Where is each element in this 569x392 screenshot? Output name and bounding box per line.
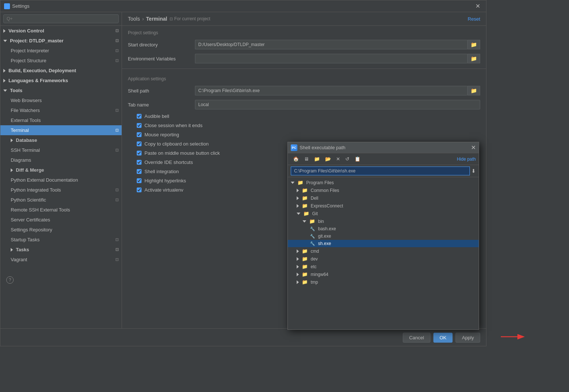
sidebar-item-file-watchers[interactable]: File Watchers ⊡ bbox=[0, 105, 122, 115]
reset-button[interactable]: Reset bbox=[468, 16, 480, 22]
tree-item-program-files[interactable]: 📁 Program Files bbox=[288, 179, 479, 186]
tree-item-label: cmd bbox=[311, 249, 319, 254]
title-bar-left: Settings bbox=[4, 3, 29, 9]
tree-item-sh-exe[interactable]: 🔧 sh.exe bbox=[288, 240, 479, 247]
tree-item-git-exe[interactable]: 🔧 git.exe bbox=[288, 232, 479, 240]
tree-item-git[interactable]: 📁 Git bbox=[288, 210, 479, 217]
audible-bell-checkbox[interactable] bbox=[137, 114, 142, 119]
env-variables-browse-button[interactable]: 📁 bbox=[467, 54, 480, 63]
title-bar: Settings ✕ bbox=[0, 0, 486, 12]
tree-item-expressconnect[interactable]: 📁 ExpressConnect bbox=[288, 202, 479, 210]
popup-close-button[interactable]: ✕ bbox=[471, 144, 476, 151]
copy-icon: ⊡ bbox=[115, 257, 119, 262]
tree-item-dev[interactable]: 📁 dev bbox=[288, 255, 479, 263]
breadcrumb-current: Terminal bbox=[146, 16, 167, 22]
tab-name-input[interactable] bbox=[195, 100, 480, 109]
tree-item-label: git.exe bbox=[318, 234, 331, 239]
close-session-checkbox[interactable] bbox=[137, 123, 142, 128]
sidebar-item-build[interactable]: Build, Execution, Deployment bbox=[0, 66, 122, 76]
expand-icon bbox=[3, 40, 7, 42]
new-folder-button[interactable]: 📂 bbox=[323, 155, 333, 163]
sidebar-item-database[interactable]: Database bbox=[0, 135, 122, 145]
paste-middle-checkbox[interactable] bbox=[137, 151, 142, 155]
sidebar-item-version-control[interactable]: Version Control ⊡ bbox=[0, 26, 122, 36]
close-session-row[interactable]: Close session when it ends bbox=[122, 121, 486, 130]
sidebar-item-web-browsers[interactable]: Web Browsers bbox=[0, 95, 122, 105]
expand-icon bbox=[3, 79, 6, 83]
override-ide-checkbox[interactable] bbox=[137, 160, 142, 165]
sidebar-item-settings-repo[interactable]: Settings Repository bbox=[0, 225, 122, 235]
clipboard-button[interactable]: 📋 bbox=[352, 155, 363, 163]
sidebar-item-tasks[interactable]: Tasks ⊡ bbox=[0, 245, 122, 255]
highlight-hyperlinks-checkbox[interactable] bbox=[137, 178, 142, 183]
sidebar-item-external-tools[interactable]: External Tools bbox=[0, 115, 122, 125]
sidebar-item-diff-merge[interactable]: Diff & Merge bbox=[0, 165, 122, 175]
sidebar-item-remote-ssh[interactable]: Remote SSH External Tools bbox=[0, 205, 122, 215]
sidebar: Version Control ⊡ Project: DTLDP_master … bbox=[0, 12, 122, 328]
env-variables-input[interactable] bbox=[195, 54, 467, 63]
apply-button[interactable]: Apply bbox=[455, 333, 480, 343]
window-title: Settings bbox=[12, 3, 29, 9]
tree-item-dell[interactable]: 📁 Dell bbox=[288, 194, 479, 202]
folder-button[interactable]: 📁 bbox=[312, 155, 322, 163]
desktop-button[interactable]: 🖥 bbox=[302, 155, 311, 163]
start-directory-browse-button[interactable]: 📁 bbox=[467, 40, 480, 49]
sidebar-item-python-scientific[interactable]: Python Scientific ⊡ bbox=[0, 195, 122, 205]
cancel-button[interactable]: Cancel bbox=[403, 333, 430, 343]
tree-item-mingw64[interactable]: 📁 mingw64 bbox=[288, 270, 479, 278]
sidebar-item-ssh-terminal[interactable]: SSH Terminal ⊡ bbox=[0, 145, 122, 155]
tree-item-common-files[interactable]: 📁 Common Files bbox=[288, 186, 479, 194]
folder-icon: 📁 bbox=[302, 195, 308, 201]
start-directory-input[interactable] bbox=[195, 40, 467, 49]
search-input[interactable] bbox=[3, 14, 119, 23]
tree-item-bin[interactable]: 📁 bin bbox=[288, 217, 479, 225]
refresh-button[interactable]: ↺ bbox=[343, 155, 352, 163]
expand-icon bbox=[11, 248, 13, 252]
sidebar-item-languages[interactable]: Languages & Frameworks bbox=[0, 76, 122, 85]
activate-virtualenv-checkbox[interactable] bbox=[137, 188, 142, 192]
sidebar-item-vagrant[interactable]: Vagrant ⊡ bbox=[0, 255, 122, 265]
close-session-label: Close session when it ends bbox=[144, 123, 203, 128]
sidebar-item-project[interactable]: Project: DTLDP_master ⊡ bbox=[0, 36, 122, 46]
sidebar-item-python-ext-doc[interactable]: Python External Documentation bbox=[0, 175, 122, 185]
expand-icon bbox=[11, 139, 13, 142]
file-tree: 📁 Program Files 📁 Common Files 📁 Dell 📁 … bbox=[288, 177, 479, 329]
expand-icon bbox=[297, 204, 299, 208]
mouse-reporting-checkbox[interactable] bbox=[137, 132, 142, 137]
sidebar-item-python-integrated[interactable]: Python Integrated Tools ⊡ bbox=[0, 185, 122, 195]
shell-path-browse-button[interactable]: 📁 bbox=[467, 86, 480, 95]
copy-clipboard-label: Copy to clipboard on selection bbox=[144, 141, 209, 147]
sidebar-item-project-structure[interactable]: Project Structure ⊡ bbox=[0, 56, 122, 66]
sidebar-item-startup-tasks[interactable]: Startup Tasks ⊡ bbox=[0, 235, 122, 245]
tree-item-bash-exe[interactable]: 🔧 bash.exe bbox=[288, 225, 479, 232]
expand-icon bbox=[297, 257, 299, 261]
sidebar-label: Diagrams bbox=[11, 157, 31, 163]
sidebar-label: Version Control bbox=[8, 28, 44, 34]
expand-icon bbox=[3, 69, 6, 73]
shell-path-input[interactable] bbox=[195, 86, 467, 95]
ok-button[interactable]: OK bbox=[433, 333, 453, 343]
shell-integration-checkbox[interactable] bbox=[137, 169, 142, 174]
tree-item-etc[interactable]: 📁 etc bbox=[288, 263, 479, 270]
tree-item-tmp[interactable]: 📁 tmp bbox=[288, 278, 479, 286]
sidebar-item-tools[interactable]: Tools bbox=[0, 85, 122, 95]
tree-item-cmd[interactable]: 📁 cmd bbox=[288, 247, 479, 255]
audible-bell-row[interactable]: Audible bell bbox=[122, 112, 486, 121]
delete-button[interactable]: ✕ bbox=[334, 155, 342, 163]
sidebar-item-diagrams[interactable]: Diagrams bbox=[0, 155, 122, 165]
home-button[interactable]: 🏠 bbox=[291, 155, 301, 163]
expand-icon bbox=[3, 90, 7, 92]
sidebar-item-terminal[interactable]: Terminal ⊡ bbox=[0, 125, 122, 135]
mouse-reporting-row[interactable]: Mouse reporting bbox=[122, 130, 486, 139]
sidebar-item-server-certs[interactable]: Server Certificates bbox=[0, 215, 122, 225]
window-close-button[interactable]: ✕ bbox=[473, 2, 482, 10]
copy-clipboard-checkbox[interactable] bbox=[137, 141, 142, 146]
sidebar-item-project-interpreter[interactable]: Project Interpreter ⊡ bbox=[0, 46, 122, 56]
path-input[interactable] bbox=[291, 167, 470, 175]
sidebar-label: SSH Terminal bbox=[11, 147, 40, 153]
sidebar-label: File Watchers bbox=[11, 108, 40, 113]
hide-path-button[interactable]: Hide path bbox=[457, 157, 476, 162]
help-icon[interactable]: ? bbox=[6, 276, 14, 284]
sidebar-label: Project Interpreter bbox=[11, 48, 49, 53]
override-ide-label: Override IDE shortcuts bbox=[144, 160, 193, 165]
